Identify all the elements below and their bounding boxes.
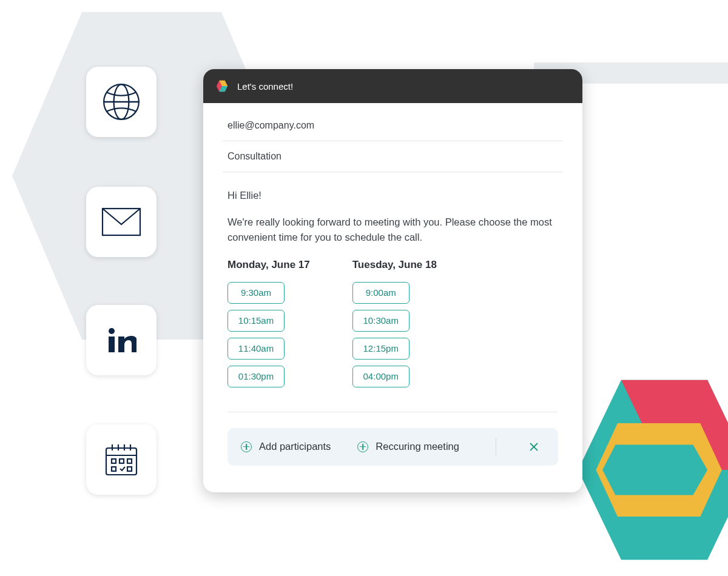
linkedin-tile (86, 305, 157, 375)
calendar-tile (86, 424, 157, 495)
greeting-text: Hi Ellie! (228, 188, 558, 204)
time-slot-button[interactable]: 9:30am (228, 282, 285, 304)
mail-icon (101, 207, 141, 236)
body-text: We're really looking forward to meeting … (228, 215, 558, 246)
day-label: Monday, June 17 (228, 259, 310, 271)
brand-logo-large (576, 373, 728, 567)
time-slot-button[interactable]: 01:30pm (228, 366, 285, 387)
separator (496, 438, 496, 455)
time-slot-button[interactable]: 04:00pm (352, 366, 410, 387)
time-slot-button[interactable]: 10:30am (352, 310, 410, 332)
day-column-0: Monday, June 17 9:30am 10:15am 11:40am 0… (228, 259, 310, 393)
time-slot-button[interactable]: 11:40am (228, 338, 285, 360)
globe-icon (101, 82, 141, 122)
time-slot-button[interactable]: 10:15am (228, 310, 285, 332)
globe-tile (86, 67, 157, 137)
day-label: Tuesday, June 18 (352, 259, 437, 271)
connect-card: Let's connect! ellie@company.com Consult… (203, 69, 582, 492)
svg-rect-12 (112, 459, 116, 463)
add-participants-button[interactable]: Add participants (241, 441, 331, 452)
time-slots: Monday, June 17 9:30am 10:15am 11:40am 0… (223, 252, 563, 412)
svg-rect-14 (127, 459, 132, 463)
divider (228, 412, 558, 412)
brand-logo-small (215, 79, 229, 93)
email-field[interactable]: ellie@company.com (223, 110, 563, 141)
time-slot-button[interactable]: 12:15pm (352, 338, 410, 360)
svg-rect-16 (127, 467, 132, 471)
card-header: Let's connect! (203, 69, 582, 103)
mail-tile (86, 187, 157, 257)
day-column-1: Tuesday, June 18 9:00am 10:30am 12:15pm … (352, 259, 437, 393)
close-button[interactable] (523, 436, 545, 458)
time-slot-button[interactable]: 9:00am (352, 282, 410, 304)
plus-icon (357, 441, 368, 452)
svg-rect-13 (120, 459, 124, 463)
svg-point-4 (109, 328, 115, 334)
calendar-icon (103, 441, 140, 478)
close-icon (530, 443, 538, 451)
svg-marker-20 (602, 445, 707, 495)
recurring-meeting-button[interactable]: Reccuring meeting (357, 441, 459, 452)
linkedin-icon (106, 325, 136, 355)
add-participants-label: Add participants (259, 441, 331, 452)
actions-bar: Add participants Reccuring meeting (228, 428, 558, 466)
svg-rect-15 (112, 467, 116, 471)
plus-icon (241, 441, 252, 452)
message-body: Hi Ellie! We're really looking forward t… (223, 172, 563, 252)
card-title: Let's connect! (237, 81, 293, 92)
recurring-label: Reccuring meeting (376, 441, 459, 452)
subject-field[interactable]: Consultation (223, 141, 563, 172)
svg-rect-5 (109, 337, 115, 352)
